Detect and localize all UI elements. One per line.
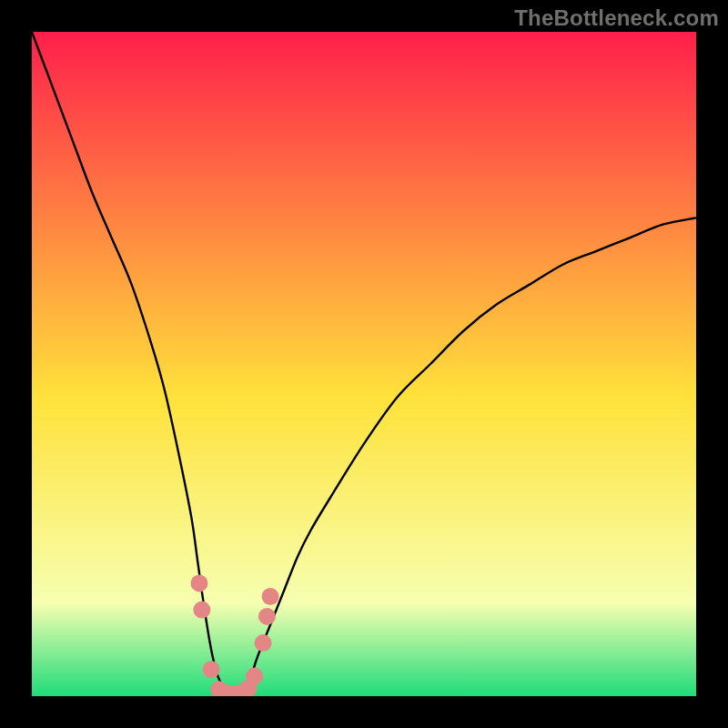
marker-dot	[258, 608, 276, 625]
marker-dot	[193, 602, 210, 619]
plot-area	[32, 32, 696, 696]
marker-dot	[255, 634, 272, 652]
gradient-background	[32, 32, 696, 696]
marker-dot	[190, 574, 207, 592]
chart-frame: TheBottleneck.com	[0, 0, 728, 728]
marker-dot	[203, 661, 220, 678]
bottleneck-curve	[32, 32, 696, 696]
marker-dot	[246, 668, 263, 685]
marker-dot	[262, 588, 279, 605]
watermark-text: TheBottleneck.com	[514, 5, 719, 31]
